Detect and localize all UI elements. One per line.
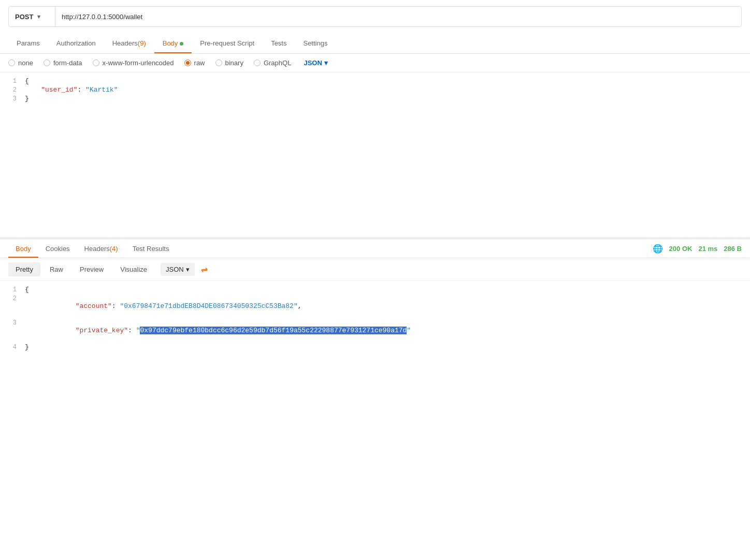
response-format-bar: Pretty Raw Preview Visualize JSON ▾ ⇌ [0,258,750,281]
radio-circle-none [8,60,15,66]
format-tab-visualize[interactable]: Visualize [113,262,154,276]
wrap-icon[interactable]: ⇌ [201,264,208,274]
private-key-value[interactable]: 0x97ddc79ebfe180bdcc6c96d2e59db7d56f19a5… [140,327,407,334]
response-line-1: 1 { [0,285,750,294]
radio-circle-binary [215,60,222,66]
response-line-4: 4 } [0,343,750,351]
request-body-editor[interactable]: 1 { 2 "user_id": "Kartik" 3 } [0,72,750,238]
radio-circle-form-data [44,60,50,66]
response-tab-cookies[interactable]: Cookies [38,240,77,258]
radio-circle-x-www [93,60,99,66]
format-tab-raw[interactable]: Raw [42,262,70,276]
method-selector[interactable]: POST ▾ [9,7,55,26]
response-tab-headers[interactable]: Headers(4) [77,240,125,258]
tab-settings[interactable]: Settings [295,33,336,53]
format-tab-pretty[interactable]: Pretty [8,262,40,276]
body-active-dot [180,42,183,46]
body-type-row: none form-data x-www-form-urlencoded raw… [0,54,750,72]
radio-circle-graphql [254,60,261,66]
url-input[interactable] [55,13,741,21]
response-json-format-selector[interactable]: JSON ▾ [161,263,195,276]
request-line-3: 3 } [0,94,750,103]
radio-binary[interactable]: binary [215,59,243,67]
request-line-1: 1 { [0,77,750,85]
radio-none[interactable]: none [8,59,33,67]
response-tab-body[interactable]: Body [8,240,38,258]
response-size: 286 B [724,245,742,253]
status-area: 🌐 200 OK 21 ms 286 B [653,244,742,254]
tab-authorization[interactable]: Authorization [48,33,104,53]
globe-icon: 🌐 [653,244,663,254]
response-tabs-bar: Body Cookies Headers(4) Test Results 🌐 2… [0,240,750,258]
response-time: 21 ms [698,245,717,253]
response-line-2: 2 "account": "0x6798471e71dbdEB8D4DE0867… [0,294,750,318]
tab-tests[interactable]: Tests [263,33,295,53]
request-tabs-bar: Params Authorization Headers(9) Body Pre… [0,33,750,54]
url-bar: POST ▾ [8,6,742,27]
tab-body[interactable]: Body [154,33,192,53]
request-line-2: 2 "user_id": "Kartik" [0,85,750,94]
response-line-3: 3 "private_key": "0x97ddc79ebfe180bdcc6c… [0,318,750,343]
format-tab-preview[interactable]: Preview [73,262,111,276]
tab-params[interactable]: Params [8,33,48,53]
radio-graphql[interactable]: GraphQL [254,59,291,67]
response-body-editor: 1 { 2 "account": "0x6798471e71dbdEB8D4DE… [0,281,750,356]
response-section: Body Cookies Headers(4) Test Results 🌐 2… [0,238,750,356]
tab-pre-request[interactable]: Pre-request Script [192,33,263,53]
response-tab-test-results[interactable]: Test Results [125,240,177,258]
status-code: 200 OK [669,245,693,253]
radio-circle-raw [184,60,191,66]
radio-form-data[interactable]: form-data [44,59,82,67]
method-label: POST [15,13,33,21]
tab-headers[interactable]: Headers(9) [104,33,154,53]
chevron-down-icon: ▾ [37,13,40,20]
json-format-selector[interactable]: JSON ▾ [304,59,327,67]
radio-x-www[interactable]: x-www-form-urlencoded [93,59,174,67]
radio-raw[interactable]: raw [184,59,205,67]
